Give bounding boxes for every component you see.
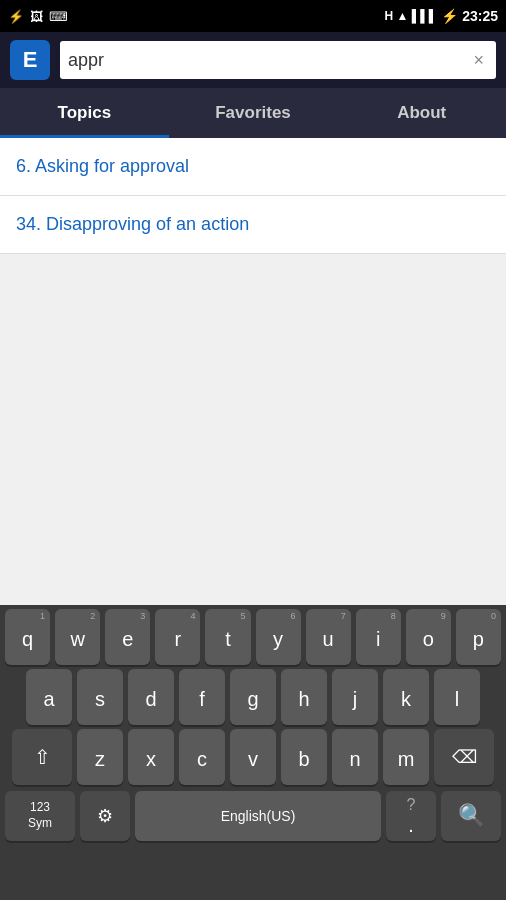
image-icon: 🖼 <box>30 9 43 24</box>
key-shift[interactable]: ⇧ <box>12 729 72 785</box>
key-i[interactable]: 8i <box>356 609 401 665</box>
tab-favorites[interactable]: Favorites <box>169 88 338 138</box>
key-l[interactable]: l <box>434 669 480 725</box>
keyboard-row-1: 1q 2w 3e 4r 5t 6y 7u 8i 9o 0p <box>0 605 506 665</box>
key-c[interactable]: c <box>179 729 225 785</box>
list-item[interactable]: 34. Disapproving of an action <box>0 196 506 254</box>
key-y[interactable]: 6y <box>256 609 301 665</box>
key-s[interactable]: s <box>77 669 123 725</box>
key-t[interactable]: 5t <box>205 609 250 665</box>
key-u[interactable]: 7u <box>306 609 351 665</box>
keyboard-row-3: ⇧ z x c v b n m ⌫ <box>0 725 506 785</box>
content-area: 6. Asking for approval 34. Disapproving … <box>0 138 506 605</box>
usb-icon: ⚡ <box>8 9 24 24</box>
signal-indicator: H ▲ ▌▌▌ <box>384 9 437 23</box>
search-input[interactable] <box>68 50 469 71</box>
key-space[interactable]: English(US) <box>135 791 381 841</box>
status-bar: ⚡ 🖼 ⌨ H ▲ ▌▌▌ ⚡ 23:25 <box>0 0 506 32</box>
key-z[interactable]: z <box>77 729 123 785</box>
key-k[interactable]: k <box>383 669 429 725</box>
tab-about[interactable]: About <box>337 88 506 138</box>
key-h[interactable]: h <box>281 669 327 725</box>
key-o[interactable]: 9o <box>406 609 451 665</box>
key-settings[interactable]: ⚙ <box>80 791 130 841</box>
keyboard-row-2: a s d f g h j k l <box>0 665 506 725</box>
keyboard-row-4: 123Sym ⚙ English(US) ? . 🔍 <box>0 785 506 845</box>
key-d[interactable]: d <box>128 669 174 725</box>
key-g[interactable]: g <box>230 669 276 725</box>
key-v[interactable]: v <box>230 729 276 785</box>
tab-topics[interactable]: Topics <box>0 88 169 138</box>
space-label: English(US) <box>221 808 296 824</box>
app-icon: E <box>10 40 50 80</box>
key-j[interactable]: j <box>332 669 378 725</box>
status-icons-right: H ▲ ▌▌▌ ⚡ 23:25 <box>384 8 498 24</box>
result-2-text: 34. Disapproving of an action <box>16 214 249 234</box>
search-input-wrapper[interactable]: × <box>60 41 496 79</box>
keyboard-icon: ⌨ <box>49 9 68 24</box>
keyboard: 1q 2w 3e 4r 5t 6y 7u 8i 9o 0p a s d f g … <box>0 605 506 900</box>
key-search[interactable]: 🔍 <box>441 791 501 841</box>
key-x[interactable]: x <box>128 729 174 785</box>
list-item[interactable]: 6. Asking for approval <box>0 138 506 196</box>
key-e[interactable]: 3e <box>105 609 150 665</box>
tabs-bar: Topics Favorites About <box>0 88 506 138</box>
key-r[interactable]: 4r <box>155 609 200 665</box>
time-display: 23:25 <box>462 8 498 24</box>
key-period[interactable]: ? . <box>386 791 436 841</box>
key-p[interactable]: 0p <box>456 609 501 665</box>
key-backspace[interactable]: ⌫ <box>434 729 494 785</box>
clear-icon[interactable]: × <box>469 46 488 75</box>
key-w[interactable]: 2w <box>55 609 100 665</box>
key-m[interactable]: m <box>383 729 429 785</box>
key-f[interactable]: f <box>179 669 225 725</box>
search-bar: E × <box>0 32 506 88</box>
result-1-text: 6. Asking for approval <box>16 156 189 176</box>
gear-icon: ⚙ <box>97 805 113 827</box>
key-sym[interactable]: 123Sym <box>5 791 75 841</box>
key-q[interactable]: 1q <box>5 609 50 665</box>
key-a[interactable]: a <box>26 669 72 725</box>
search-icon: 🔍 <box>458 803 485 829</box>
status-icons-left: ⚡ 🖼 ⌨ <box>8 9 68 24</box>
battery-icon: ⚡ <box>441 8 458 24</box>
key-b[interactable]: b <box>281 729 327 785</box>
key-n[interactable]: n <box>332 729 378 785</box>
